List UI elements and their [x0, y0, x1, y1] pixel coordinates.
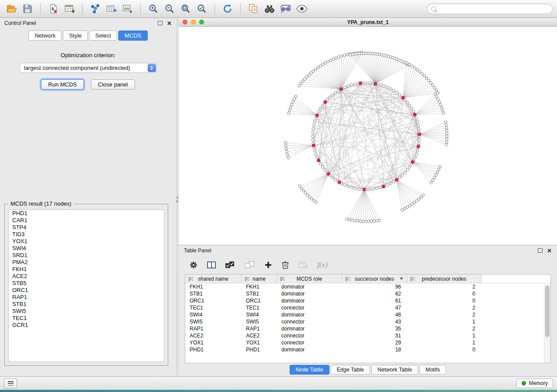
tab-motifs[interactable]: Motifs [419, 365, 446, 375]
search-box [427, 3, 553, 14]
eye-icon[interactable] [295, 2, 309, 16]
mcds-result-item[interactable]: GCR1 [9, 322, 164, 329]
table-row[interactable]: YOX1 YOX1 connector 29 1 [185, 339, 550, 346]
cell-successor-nodes: 29 [342, 340, 407, 346]
mcds-result-item[interactable]: STB1 [9, 301, 164, 308]
float-table-panel-icon[interactable] [538, 248, 543, 253]
graphics-details-icon[interactable] [279, 2, 293, 16]
table-row[interactable]: FKH1 FKH1 dominator 96 2 [185, 283, 550, 290]
column-header-name[interactable]: name [242, 275, 277, 283]
add-icon[interactable] [264, 261, 272, 269]
zoom-selected-icon[interactable] [195, 2, 209, 16]
import-table-icon[interactable] [62, 2, 76, 16]
control-panel-tabs: Network Style Select MCDS [0, 31, 176, 41]
mcds-result-item[interactable]: SRD1 [9, 252, 164, 259]
tab-select[interactable]: Select [89, 31, 117, 41]
cell-shared-name: FKH1 [185, 284, 242, 290]
column-header-predecessor-nodes[interactable]: predecessor nodes [407, 275, 481, 283]
close-panel-button[interactable]: Close panel [91, 79, 135, 89]
save-icon[interactable] [21, 2, 35, 16]
search-input[interactable] [439, 5, 548, 12]
criterion-select[interactable]: largest connected component (undirected) [20, 63, 157, 73]
scrollbar-thumb[interactable] [545, 285, 550, 337]
cell-predecessor-nodes: 0 [407, 291, 481, 297]
sort-caret-icon[interactable] [400, 278, 403, 280]
table-row[interactable]: SWI5 SWI5 connector 43 1 [185, 318, 550, 325]
mcds-result-item[interactable]: ORC1 [9, 287, 164, 294]
window-zoom-button[interactable] [199, 20, 204, 24]
zoom-out-icon[interactable] [163, 2, 176, 16]
mcds-result-item[interactable]: YOX1 [9, 238, 164, 245]
table-toolbar: f(x) [179, 256, 557, 274]
mcds-result-item[interactable]: FKH1 [9, 266, 164, 273]
search-binoculars-icon[interactable] [263, 2, 277, 16]
mcds-result-group: MCDS result (17 nodes) PHD1 CAR1 STP4 TI… [4, 204, 168, 366]
deselect-all-icon[interactable] [245, 261, 255, 269]
cell-predecessor-nodes: 1 [407, 333, 481, 339]
column-header-shared-name[interactable]: shared name [185, 275, 242, 283]
mcds-result-item[interactable]: PHD1 [9, 210, 164, 217]
mcds-result-item[interactable]: STB5 [9, 280, 164, 287]
tab-mcds[interactable]: MCDS [118, 31, 147, 41]
mcds-result-list[interactable]: PHD1 CAR1 STP4 TID3 YOX1 SWI4 SRD1 PMA2 [8, 210, 164, 362]
column-header-successor-nodes[interactable]: successor nodes [342, 275, 407, 283]
table-scrollbar[interactable] [544, 283, 550, 363]
cell-name: PHD1 [242, 347, 277, 353]
tab-node-table[interactable]: Node Table [290, 365, 329, 375]
network-canvas[interactable] [179, 27, 557, 245]
import-file-icon[interactable] [46, 2, 60, 16]
control-panel-title: Control Panel [4, 20, 36, 26]
zoom-in-icon[interactable] [146, 2, 160, 16]
network-window-titlebar: YPA_prune.txt_1 [179, 18, 557, 27]
table-row[interactable]: TEC1 TEC1 connector 47 2 [185, 304, 550, 311]
mcds-result-title: MCDS result (17 nodes) [8, 200, 73, 207]
network-window: YPA_prune.txt_1 [179, 18, 557, 245]
search-icon [431, 7, 436, 11]
window-minimize-button[interactable] [191, 20, 196, 24]
tab-edge-table[interactable]: Edge Table [331, 365, 370, 375]
mcds-result-item[interactable]: TEC1 [9, 315, 164, 322]
close-table-panel-icon[interactable]: ✕ [547, 248, 552, 254]
window-close-button[interactable] [183, 20, 187, 24]
memory-label: Memory [529, 380, 548, 386]
mcds-result-item[interactable]: CAR1 [9, 217, 164, 224]
table-row[interactable]: PHD1 PHD1 dominator 18 0 [185, 346, 550, 353]
export-image-icon[interactable] [121, 2, 135, 16]
cell-mcds-role: connector [277, 333, 342, 339]
refresh-icon[interactable] [221, 2, 235, 16]
cell-shared-name: ACE2 [185, 333, 242, 339]
mcds-result-item[interactable]: PMA2 [9, 259, 164, 266]
table-row[interactable]: ORC1 ORC1 dominator 61 0 [185, 297, 550, 304]
table-row[interactable]: STB1 STB1 dominator 62 0 [185, 290, 550, 297]
new-network-icon[interactable] [88, 2, 102, 16]
tab-network[interactable]: Network [28, 31, 62, 41]
show-columns-icon[interactable] [207, 261, 216, 269]
mcds-result-item[interactable]: STP4 [9, 224, 164, 231]
delete-trash-icon[interactable] [281, 261, 289, 269]
close-panel-icon[interactable]: ✕ [167, 21, 172, 26]
column-header-mcds-role[interactable]: MCDS role [277, 275, 342, 283]
cell-predecessor-nodes: 2 [407, 326, 481, 332]
table-row[interactable]: RAP1 RAP1 dominator 35 2 [185, 325, 550, 332]
network-graph[interactable] [179, 27, 557, 245]
mcds-result-item[interactable]: SWI4 [9, 245, 164, 252]
mcds-result-item[interactable]: RAP1 [9, 294, 164, 301]
select-all-icon[interactable] [225, 261, 235, 269]
tab-network-table[interactable]: Network Table [371, 365, 418, 375]
tab-style[interactable]: Style [63, 31, 88, 41]
cell-name: ORC1 [242, 298, 277, 304]
settings-gear-icon[interactable] [189, 261, 198, 269]
mcds-result-item[interactable]: SWI5 [9, 308, 164, 315]
mcds-result-item[interactable]: TID3 [9, 231, 164, 238]
import-network-table-icon[interactable] [104, 2, 118, 16]
table-row[interactable]: ACE2 ACE2 connector 31 1 [185, 332, 550, 339]
mcds-result-item[interactable]: ACE2 [9, 273, 164, 280]
zoom-fit-icon[interactable] [179, 2, 193, 16]
memory-button[interactable]: Memory [516, 378, 553, 388]
open-file-icon[interactable] [4, 2, 18, 16]
float-panel-icon[interactable] [158, 21, 163, 25]
status-menu-button[interactable] [4, 378, 17, 389]
run-mcds-button[interactable]: Run MCDS [41, 79, 84, 89]
table-row[interactable]: SWI4 SWI4 dominator 46 2 [185, 311, 550, 318]
clone-network-icon[interactable] [246, 2, 260, 16]
